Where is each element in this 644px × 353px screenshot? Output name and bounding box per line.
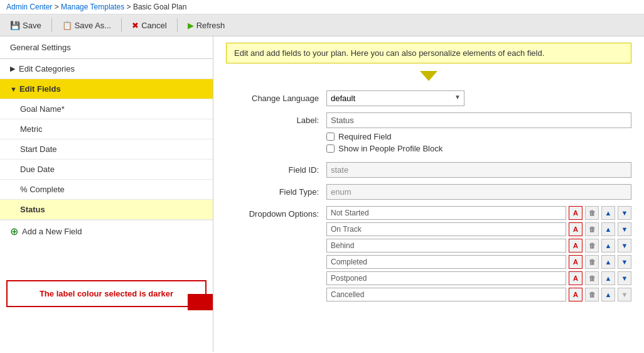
option-font-behind[interactable]: A [569, 239, 582, 253]
triangle-right-icon: ▶ [10, 65, 15, 73]
option-down-not-started[interactable]: ▼ [618, 206, 631, 220]
error-box: The label colour selected is darker [6, 280, 207, 307]
breadcrumb-manage-templates[interactable]: Manage Templates [61, 3, 124, 11]
field-pct-complete[interactable]: % Complete [0, 180, 213, 200]
option-font-completed[interactable]: A [569, 255, 582, 269]
info-banner-triangle [420, 71, 437, 81]
option-input-not-started[interactable] [326, 206, 566, 220]
edit-categories-item[interactable]: ▶ Edit Categories [0, 59, 213, 79]
option-down-behind[interactable]: ▼ [618, 239, 631, 253]
option-font-on-track[interactable]: A [569, 222, 582, 236]
field-id-label: Field ID: [289, 165, 319, 175]
field-id-row: Field ID: [226, 162, 631, 178]
edit-fields-item[interactable]: ▼ Edit Fields [0, 79, 213, 99]
option-down-completed[interactable]: ▼ [618, 255, 631, 269]
field-due-date[interactable]: Due Date [0, 160, 213, 180]
option-up-behind[interactable]: ▲ [601, 239, 615, 253]
language-select[interactable]: default [326, 90, 464, 106]
option-up-not-started[interactable]: ▲ [601, 206, 615, 220]
field-start-date[interactable]: Start Date [0, 139, 213, 160]
option-up-completed[interactable]: ▲ [601, 255, 615, 269]
label-input[interactable] [326, 112, 631, 128]
add-new-field[interactable]: ⊕ Add a New Field [0, 220, 213, 242]
option-font-postponed[interactable]: A [569, 271, 582, 285]
label-field-label: Label: [297, 116, 319, 125]
field-type-row: Field Type: [226, 184, 631, 200]
option-row-completed: A 🗑 ▲ ▼ [326, 255, 631, 269]
cancel-icon: ✖ [132, 21, 139, 30]
breadcrumb-admin-center[interactable]: Admin Center [6, 3, 52, 11]
option-row-on-track: A 🗑 ▲ ▼ [326, 222, 631, 236]
change-language-label: Change Language [252, 94, 319, 103]
option-down-cancelled[interactable]: ▼ [618, 288, 631, 301]
option-delete-postponed[interactable]: 🗑 [585, 271, 599, 285]
field-goal-name[interactable]: Goal Name* [0, 99, 213, 119]
cancel-button[interactable]: ✖ Cancel [128, 19, 170, 32]
option-up-on-track[interactable]: ▲ [601, 222, 615, 236]
option-up-postponed[interactable]: ▲ [601, 271, 615, 285]
dropdown-options-list: A 🗑 ▲ ▼ A 🗑 ▲ ▼ [326, 206, 631, 301]
save-icon: 💾 [10, 21, 20, 30]
option-input-cancelled[interactable] [326, 288, 566, 301]
option-row-cancelled: A 🗑 ▲ ▼ [326, 288, 631, 301]
option-input-postponed[interactable] [326, 271, 566, 285]
option-delete-not-started[interactable]: 🗑 [585, 206, 599, 220]
option-down-on-track[interactable]: ▼ [618, 222, 631, 236]
info-banner-text: Edit and add fields to your plan. Here y… [234, 48, 544, 58]
option-delete-cancelled[interactable]: 🗑 [585, 288, 599, 301]
pointing-arrow [188, 286, 213, 318]
general-settings-item[interactable]: General Settings [0, 36, 213, 59]
toolbar: 💾 Save 📋 Save As... ✖ Cancel ▶ Refresh [0, 14, 644, 36]
option-row-behind: A 🗑 ▲ ▼ [326, 239, 631, 253]
breadcrumb-current: Basic Goal Plan [133, 3, 186, 11]
general-settings-label: General Settings [10, 43, 71, 52]
show-profile-checkbox[interactable] [326, 144, 335, 153]
option-input-on-track[interactable] [326, 222, 566, 236]
option-down-postponed[interactable]: ▼ [618, 271, 631, 285]
dropdown-options-label: Dropdown Options: [249, 209, 319, 219]
content-area: Edit and add fields to your plan. Here y… [213, 36, 644, 352]
edit-categories-label: Edit Categories [19, 64, 75, 73]
option-delete-on-track[interactable]: 🗑 [585, 222, 599, 236]
add-field-label: Add a New Field [22, 227, 82, 236]
field-metric[interactable]: Metric [0, 119, 213, 139]
option-font-cancelled[interactable]: A [569, 288, 582, 301]
refresh-label: Refresh [196, 21, 225, 30]
error-text: The label colour selected is darker [40, 289, 173, 298]
option-row-not-started: A 🗑 ▲ ▼ [326, 206, 631, 220]
option-font-not-started[interactable]: A [569, 206, 582, 220]
cancel-label: Cancel [141, 21, 166, 30]
option-delete-completed[interactable]: 🗑 [585, 255, 599, 269]
edit-fields-label: Edit Fields [19, 84, 61, 94]
option-up-cancelled[interactable]: ▲ [601, 288, 615, 301]
svg-marker-0 [188, 286, 213, 318]
refresh-button[interactable]: ▶ Refresh [184, 19, 229, 32]
add-icon: ⊕ [10, 225, 18, 237]
field-type-label: Field Type: [279, 187, 319, 197]
required-field-checkbox[interactable] [326, 133, 335, 141]
dropdown-options-row: Dropdown Options: A 🗑 ▲ ▼ A [226, 206, 631, 301]
label-row: Label: Required Field Show in People Pro… [226, 112, 631, 156]
save-button[interactable]: 💾 Save [6, 19, 45, 32]
change-language-row: Change Language default [226, 90, 631, 106]
field-status[interactable]: Status [0, 200, 213, 220]
field-type-input [326, 184, 631, 200]
option-row-postponed: A 🗑 ▲ ▼ [326, 271, 631, 285]
show-profile-label: Show in People Profile Block [338, 144, 443, 153]
breadcrumb: Admin Center > Manage Templates > Basic … [0, 0, 644, 14]
option-input-behind[interactable] [326, 239, 566, 253]
option-delete-behind[interactable]: 🗑 [585, 239, 599, 253]
triangle-down-icon: ▼ [10, 85, 17, 93]
save-as-button[interactable]: 📋 Save As... [58, 19, 115, 32]
save-as-label: Save As... [75, 21, 112, 30]
refresh-icon: ▶ [188, 21, 194, 30]
save-label: Save [23, 21, 41, 30]
option-input-completed[interactable] [326, 255, 566, 269]
required-field-label: Required Field [338, 132, 392, 141]
save-as-icon: 📋 [62, 21, 72, 30]
field-id-input[interactable] [326, 162, 631, 178]
info-banner: Edit and add fields to your plan. Here y… [226, 43, 631, 63]
